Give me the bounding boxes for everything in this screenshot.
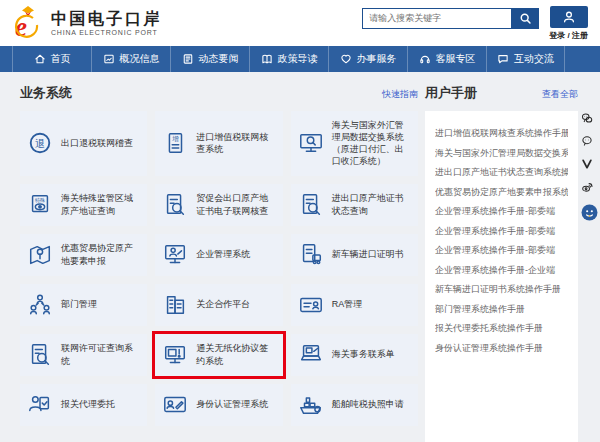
- business-card-label: 船舶吨税执照申请: [332, 398, 404, 410]
- user-area: 登录 / 注册: [549, 6, 588, 41]
- social-bar: [579, 112, 599, 221]
- nav-item-6[interactable]: 互动交流: [486, 46, 565, 72]
- manual-item[interactable]: 企业管理系统操作手册-部委端: [435, 202, 568, 222]
- manual-item[interactable]: 企业管理系统操作手册-部委端: [435, 241, 568, 261]
- search-icon: [519, 12, 532, 25]
- nav-item-label: 互动交流: [514, 52, 554, 66]
- business-card[interactable]: 优惠贸易协定原产地要素申报: [20, 234, 147, 276]
- business-card-label: 联网许可证查询系统: [61, 342, 140, 366]
- nav-item-label: 概况信息: [120, 52, 160, 66]
- business-card-label: 部门管理: [61, 298, 97, 310]
- business-card-label: 出口退税联网稽查: [61, 137, 133, 149]
- business-card-label: 新车辆进口证明书: [332, 248, 404, 260]
- wechat-icon[interactable]: [581, 112, 598, 129]
- svg-text:特殊: 特殊: [35, 196, 45, 203]
- header: e 中国电子口岸 CHINA ELECTRONIC PORT: [0, 0, 600, 46]
- id-sign-icon: [162, 392, 188, 418]
- manual-item[interactable]: 部门管理系统操作手册: [435, 300, 568, 320]
- search-input[interactable]: [362, 8, 512, 29]
- business-card[interactable]: 企业管理系统: [155, 234, 282, 276]
- laptop-icon: [298, 342, 324, 368]
- business-card-label: 企业管理系统: [196, 248, 250, 260]
- business-card[interactable]: 部门管理: [20, 284, 147, 326]
- monitor-search-icon: [298, 130, 324, 156]
- manual-item[interactable]: 企业管理系统操作手册-部委端: [435, 222, 568, 242]
- quick-guide-link[interactable]: 快速指南: [382, 88, 418, 101]
- weibo-icon[interactable]: [581, 181, 598, 198]
- clipboard-truck-icon: [298, 242, 324, 268]
- nav-item-label: 客服专区: [436, 52, 476, 66]
- user-icon: [562, 10, 576, 24]
- org-people-icon: [27, 292, 53, 318]
- business-card-label: 海关特殊监管区域原产地证查询: [61, 192, 140, 216]
- search-box: [362, 8, 539, 29]
- document-search-icon: [162, 192, 188, 218]
- tax-refund-circle-icon: 退: [27, 130, 53, 156]
- business-card[interactable]: 退出口退税联网稽查: [20, 111, 147, 176]
- business-section-header: 业务系统 快速指南: [20, 84, 418, 102]
- document-search-icon: [298, 192, 324, 218]
- business-card[interactable]: 联网许可证查询系统: [20, 334, 147, 376]
- business-card[interactable]: 报关代理委托: [20, 384, 147, 426]
- search-button[interactable]: [512, 8, 539, 29]
- chat-icon: [497, 53, 509, 65]
- qq-icon[interactable]: [581, 204, 598, 221]
- home-icon: [34, 53, 46, 65]
- special-eye-icon: 特殊: [27, 192, 53, 218]
- manual-item[interactable]: 优惠贸易协定原产地要素申报系统: [435, 183, 568, 203]
- business-card[interactable]: 海关与国家外汇管理局数据交换系统 （原进口付汇、出口收汇系统）: [291, 111, 418, 176]
- site-logo-icon: e: [12, 5, 44, 41]
- overview-icon: [103, 53, 115, 65]
- nav-item-0[interactable]: 首页: [12, 46, 91, 72]
- business-card[interactable]: 海关事务联系单: [291, 334, 418, 376]
- person-clipboard-icon: [27, 392, 53, 418]
- manual-item[interactable]: 报关代理委托系统操作手册: [435, 319, 568, 339]
- heart-icon: [340, 53, 352, 65]
- news-icon: [182, 53, 194, 65]
- business-card[interactable]: 船舶吨税执照申请: [291, 384, 418, 426]
- business-card-label: 关企合作平台: [196, 298, 250, 310]
- chat-bubble-icon[interactable]: [581, 135, 598, 152]
- business-card-label: 进口增值税联网核查系统: [196, 131, 275, 155]
- map-pin-icon: [27, 242, 53, 268]
- manual-item[interactable]: 企业管理系统操作手册-企业端: [435, 261, 568, 281]
- business-card[interactable]: 关企合作平台: [155, 284, 282, 326]
- manual-item[interactable]: 海关与国家外汇管理局数据交换系: [435, 144, 568, 164]
- manual-item[interactable]: 新车辆进口证明书系统操作手册: [435, 280, 568, 300]
- business-card[interactable]: 新车辆进口证明书: [291, 234, 418, 276]
- login-register-link[interactable]: 登录 / 注册: [549, 30, 588, 41]
- business-card-highlighted[interactable]: 通关无纸化协议签约系统: [155, 334, 282, 376]
- nav-item-2[interactable]: 动态要闻: [170, 46, 249, 72]
- nav-item-3[interactable]: 政策导读: [249, 46, 328, 72]
- nav-item-5[interactable]: 客服专区: [407, 46, 486, 72]
- v-share-icon[interactable]: [581, 158, 598, 175]
- manual-section-title: 用户手册: [425, 84, 477, 102]
- business-card[interactable]: 身份认证管理系统: [155, 384, 282, 426]
- business-card[interactable]: 特殊海关特殊监管区域原产地证查询: [20, 184, 147, 226]
- search-area: 登录 / 注册: [362, 6, 592, 41]
- view-all-link[interactable]: 查看全部: [542, 88, 578, 101]
- manual-item[interactable]: 进出口原产地证书状态查询系统操: [435, 163, 568, 183]
- business-section-title: 业务系统: [20, 84, 72, 102]
- business-card[interactable]: RA管理: [291, 284, 418, 326]
- business-card[interactable]: 进出口原产地证书状态查询: [291, 184, 418, 226]
- manual-item[interactable]: 身份认证管理系统操作手册: [435, 339, 568, 359]
- main-nav: 首页概况信息动态要闻政策导读办事服务客服专区互动交流: [0, 46, 600, 72]
- business-card-label: 贸促会出口原产地证书电子联网核查: [196, 192, 275, 216]
- nav-item-4[interactable]: 办事服务: [328, 46, 407, 72]
- nav-item-1[interactable]: 概况信息: [91, 46, 170, 72]
- business-card-label: 身份认证管理系统: [196, 398, 268, 410]
- business-card-label: 海关事务联系单: [332, 348, 395, 360]
- nav-item-label: 动态要闻: [199, 52, 239, 66]
- business-card-label: 通关无纸化协议签约系统: [196, 342, 275, 366]
- manual-item[interactable]: 进口增值税联网核查系统操作手册: [435, 124, 568, 144]
- building-icon: [162, 292, 188, 318]
- ship-icon: [298, 392, 324, 418]
- nav-item-label: 首页: [51, 52, 71, 66]
- business-card-label: RA管理: [332, 298, 363, 310]
- user-button[interactable]: [550, 6, 588, 28]
- brand: 中国电子口岸 CHINA ELECTRONIC PORT: [51, 10, 162, 35]
- svg-text:退: 退: [35, 138, 45, 149]
- business-card[interactable]: 增进口增值税联网核查系统: [155, 111, 282, 176]
- business-card[interactable]: 贸促会出口原产地证书电子联网核查: [155, 184, 282, 226]
